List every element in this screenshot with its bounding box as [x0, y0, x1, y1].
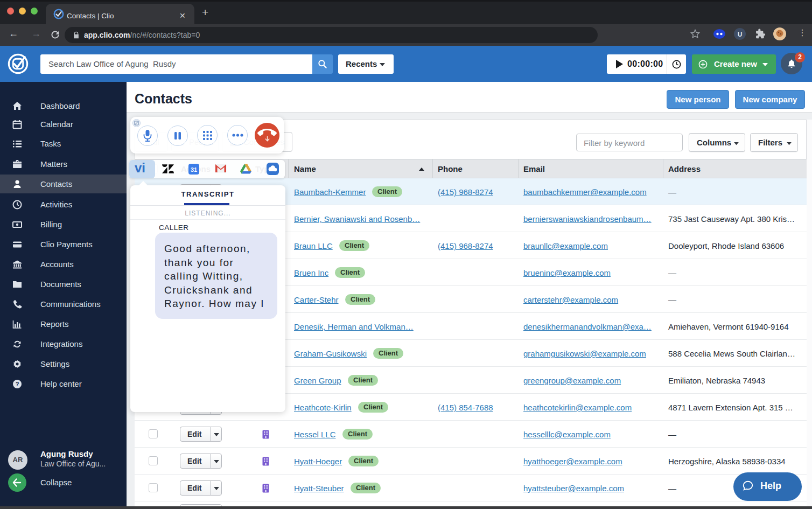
svg-text:31: 31 — [191, 166, 197, 173]
svg-text:?: ? — [16, 381, 19, 387]
svg-text:U: U — [738, 31, 743, 38]
